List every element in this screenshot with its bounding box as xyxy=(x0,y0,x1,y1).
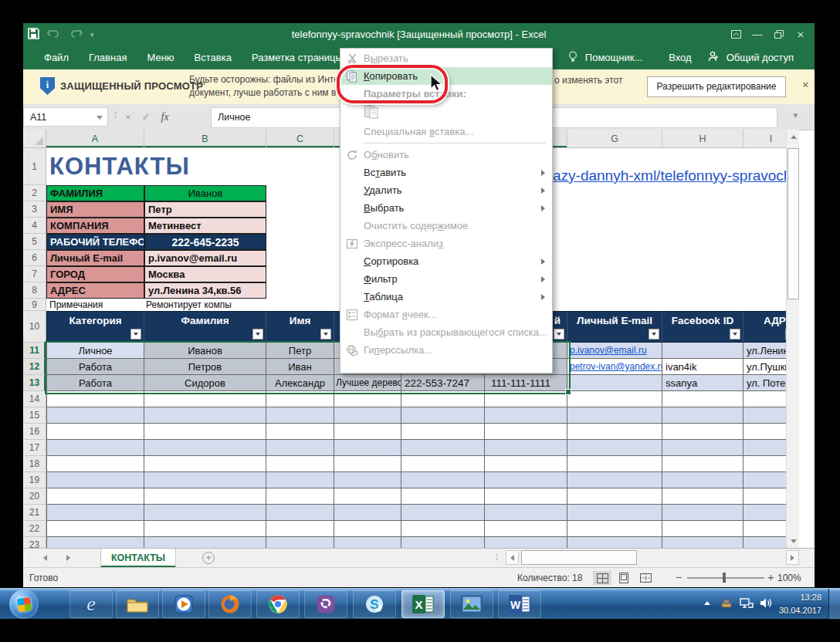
cell-G17[interactable] xyxy=(567,440,662,456)
context-menu-item-sort[interactable]: Сортировка xyxy=(340,252,552,270)
cell-F21[interactable] xyxy=(485,505,567,521)
cell-D13[interactable]: Лучшее дерево xyxy=(334,375,401,391)
cell-D20[interactable] xyxy=(334,488,401,505)
column-header-C[interactable]: C xyxy=(266,130,334,148)
row-header-7[interactable]: 7 xyxy=(23,266,46,282)
cell-G15[interactable] xyxy=(567,407,662,424)
row-header-4[interactable]: 4 xyxy=(23,218,46,234)
cell-B22[interactable] xyxy=(144,521,266,537)
undo-icon[interactable] xyxy=(47,28,61,42)
cell-A11[interactable]: Личное xyxy=(46,343,144,359)
minimize-button[interactable]: — xyxy=(747,25,768,42)
show-desktop-button[interactable] xyxy=(828,589,840,620)
tray-device-icon[interactable] xyxy=(720,597,733,613)
taskbar-icon-word[interactable]: W xyxy=(498,590,541,618)
row-header-16[interactable]: 16 xyxy=(23,424,46,440)
cell-D16[interactable] xyxy=(334,424,401,440)
contact-card-label-2[interactable]: ФАМИЛИЯ xyxy=(46,185,144,201)
cell-A18[interactable] xyxy=(46,456,144,472)
taskbar-icon-viber[interactable] xyxy=(304,590,347,618)
cell-B18[interactable] xyxy=(144,456,266,472)
page-layout-view-icon[interactable] xyxy=(615,571,633,585)
cell-A19[interactable] xyxy=(46,472,144,488)
cell-G14[interactable] xyxy=(567,391,662,407)
notes-label[interactable]: Примечания xyxy=(49,299,147,311)
cell-E23[interactable] xyxy=(401,537,485,548)
cell-E14[interactable] xyxy=(401,391,485,407)
new-sheet-icon[interactable]: + xyxy=(202,552,215,564)
cell-H23[interactable] xyxy=(662,537,743,548)
contact-card-value-6[interactable]: p.ivanov@email.ru xyxy=(144,250,266,266)
contact-card-value-2[interactable]: Иванов xyxy=(144,185,266,201)
row-header-10[interactable]: 10 xyxy=(23,311,46,343)
notes-value[interactable]: Ремонтирует компы xyxy=(146,299,300,311)
filter-dropdown-icon[interactable] xyxy=(130,329,141,340)
cell-B21[interactable] xyxy=(144,505,266,521)
qat-customize-icon[interactable]: ▾ xyxy=(90,31,94,39)
tray-volume-icon[interactable] xyxy=(760,597,772,612)
row-header-11[interactable]: 11 xyxy=(23,343,46,359)
context-menu-item-delete[interactable]: Удалить xyxy=(340,181,552,199)
context-menu-item-table[interactable]: Таблица xyxy=(340,288,552,306)
cell-G21[interactable] xyxy=(567,505,662,521)
cell-H21[interactable] xyxy=(662,505,743,521)
cell-A12[interactable]: Работа xyxy=(46,359,144,375)
row-header-14[interactable]: 14 xyxy=(23,391,46,407)
cell-D22[interactable] xyxy=(334,521,401,537)
cell-F16[interactable] xyxy=(485,424,567,440)
cell-E18[interactable] xyxy=(401,456,485,472)
vertical-scrollbar[interactable] xyxy=(786,130,799,548)
cell-F20[interactable] xyxy=(485,488,567,505)
row-header-15[interactable]: 15 xyxy=(23,407,46,424)
cell-E15[interactable] xyxy=(401,407,485,424)
context-menu-item-filter[interactable]: Фильтр xyxy=(340,270,552,288)
zoom-in-icon[interactable]: + xyxy=(767,570,774,583)
table-header-C10[interactable]: Имя xyxy=(266,311,334,343)
zoom-level[interactable]: 100% xyxy=(777,573,801,583)
cell-E22[interactable] xyxy=(401,521,485,537)
taskbar-icon-skype[interactable]: S xyxy=(353,590,396,618)
formula-bar-splitter[interactable]: ⁞ xyxy=(114,110,117,120)
taskbar-icon-photos[interactable] xyxy=(450,590,493,618)
filter-dropdown-icon[interactable] xyxy=(320,329,331,340)
vscroll-down-icon[interactable] xyxy=(788,535,799,547)
sheet-nav-right-icon[interactable] xyxy=(66,555,70,561)
cell-A21[interactable] xyxy=(46,505,144,521)
row-header-6[interactable]: 6 xyxy=(23,250,46,266)
cell-F22[interactable] xyxy=(485,521,567,537)
cell-F19[interactable] xyxy=(485,472,567,488)
filter-dropdown-icon[interactable] xyxy=(649,329,659,340)
row-header-20[interactable]: 20 xyxy=(23,488,46,505)
cell-A23[interactable] xyxy=(46,537,144,548)
cell-D17[interactable] xyxy=(334,440,401,456)
cell-G12[interactable]: petrov-ivan@yandex.ru xyxy=(567,359,662,375)
context-menu-item-insert[interactable]: Вставить xyxy=(340,164,552,181)
cell-H12[interactable]: ivan4ik xyxy=(662,359,743,375)
cell-G20[interactable] xyxy=(567,488,662,505)
cell-D15[interactable] xyxy=(334,407,401,424)
cell-D14[interactable] xyxy=(334,391,401,407)
cell-C13[interactable]: Александр xyxy=(266,375,334,391)
contact-card-label-7[interactable]: ГОРОД xyxy=(46,266,144,282)
vscroll-up-icon[interactable] xyxy=(788,130,799,143)
column-header-B[interactable]: B xyxy=(144,130,266,148)
cell-B15[interactable] xyxy=(144,407,266,424)
cell-A20[interactable] xyxy=(46,488,144,505)
cell-G22[interactable] xyxy=(567,521,662,537)
column-header-A[interactable]: A xyxy=(46,130,144,148)
cell-B14[interactable] xyxy=(144,391,266,407)
tray-expand-icon[interactable] xyxy=(704,601,710,605)
table-header-G10[interactable]: Личный E-mail xyxy=(567,311,662,343)
cell-B23[interactable] xyxy=(144,537,266,548)
contact-card-value-7[interactable]: Москва xyxy=(144,266,266,282)
row-header-23[interactable]: 23 xyxy=(23,537,46,548)
enable-editing-button[interactable]: Разрешить редактирование xyxy=(647,76,786,97)
cell-H22[interactable] xyxy=(662,521,743,537)
cell-E19[interactable] xyxy=(401,472,485,488)
contact-card-label-8[interactable]: АДРЕС xyxy=(46,282,144,299)
taskbar-icon-chrome[interactable] xyxy=(256,590,300,618)
context-menu-item-select[interactable]: Выбрать xyxy=(340,199,552,217)
taskbar-icon-wmp[interactable] xyxy=(162,590,205,618)
cell-F23[interactable] xyxy=(485,537,567,548)
contact-card-value-4[interactable]: Метинвест xyxy=(144,218,266,234)
